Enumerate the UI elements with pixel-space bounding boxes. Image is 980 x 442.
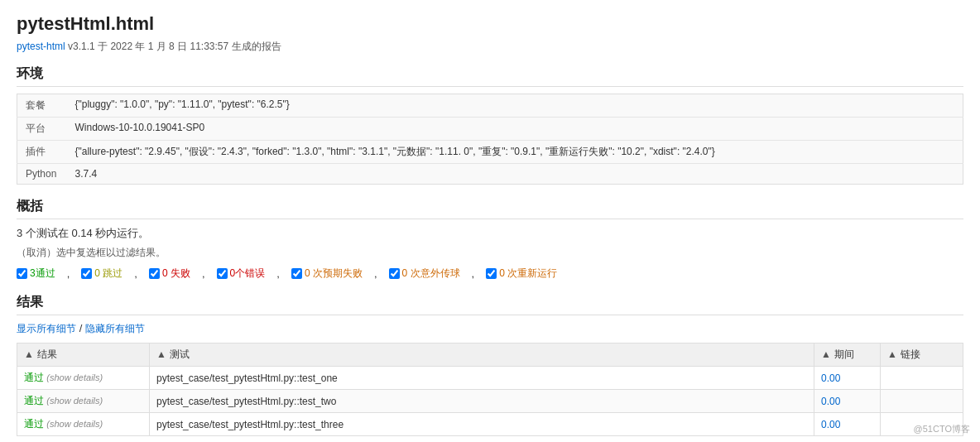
filter-skipped: 0 跳过 <box>81 267 122 281</box>
test-cell: pytest_case/test_pytestHtml.py::test_two <box>150 390 814 413</box>
hide-all-link[interactable]: 隐藏所有细节 <box>85 323 145 334</box>
filter-checkbox-skipped[interactable] <box>81 268 92 279</box>
filter-rerun: 0 次重新运行 <box>486 267 557 281</box>
duration-cell: 0.00 <box>814 390 881 413</box>
env-row: 插件 {"allure-pytest": "2.9.45", "假设": "2.… <box>17 141 963 164</box>
filter-label-skipped: 0 跳过 <box>94 267 122 281</box>
filter-row: 3通过 , 0 跳过 , 0 失败 , 0个错误 , 0 次预期失败 , 0 次… <box>17 267 963 281</box>
filter-xfailed: 0 次预期失败 <box>291 267 363 281</box>
duration-cell: 0.00 <box>814 367 881 390</box>
col-header-测试[interactable]: ▲测试 <box>150 344 814 367</box>
col-header-结果[interactable]: ▲结果 <box>17 344 150 367</box>
env-label: Python <box>17 164 67 185</box>
environment-table: 套餐 {"pluggy": "1.0.0", "py": "1.11.0", "… <box>17 94 963 185</box>
filter-label-xpassed: 0 次意外传球 <box>402 267 460 281</box>
filter-label-error: 0个错误 <box>230 267 266 281</box>
env-value: {"pluggy": "1.0.0", "py": "1.11.0", "pyt… <box>67 94 963 118</box>
env-row: 平台 Windows-10-10.0.19041-SP0 <box>17 118 963 141</box>
filter-label-xfailed: 0 次预期失败 <box>305 267 363 281</box>
result-status: 通过 <box>24 418 44 430</box>
generated-text: 于 2022 年 1 月 8 日 11:33:57 生成的报告 <box>98 41 281 52</box>
filter-xpassed: 0 次意外传球 <box>389 267 460 281</box>
show-hide-links: 显示所有细节 / 隐藏所有细节 <box>17 322 963 336</box>
cancel-label: （取消）选中复选框以过滤结果。 <box>17 247 166 258</box>
result-cell: 通过 (show details) <box>17 413 150 436</box>
env-value: Windows-10-10.0.19041-SP0 <box>67 118 963 141</box>
environment-section: 环境 套餐 {"pluggy": "1.0.0", "py": "1.11.0"… <box>17 65 963 185</box>
test-cell: pytest_case/test_pytestHtml.py::test_thr… <box>150 413 814 436</box>
duration-cell: 0.00 <box>814 413 881 436</box>
pytest-html-link[interactable]: pytest-html <box>17 41 65 52</box>
env-label: 套餐 <box>17 94 67 118</box>
show-details-link[interactable]: (show details) <box>46 419 103 429</box>
watermark: @51CTO博客 <box>914 423 970 435</box>
env-row: Python 3.7.4 <box>17 164 963 185</box>
result-status: 通过 <box>24 372 44 383</box>
filter-checkbox-error[interactable] <box>217 268 228 279</box>
summary-section: 概括 3 个测试在 0.14 秒内运行。 （取消）选中复选框以过滤结果。 3通过… <box>17 198 963 281</box>
links-cell <box>881 390 963 413</box>
filter-checkbox-rerun[interactable] <box>486 268 497 279</box>
result-cell: 通过 (show details) <box>17 390 150 413</box>
filter-checkbox-xpassed[interactable] <box>389 268 400 279</box>
summary-heading: 概括 <box>17 198 963 219</box>
result-cell: 通过 (show details) <box>17 367 150 390</box>
filter-failed: 0 失败 <box>149 267 190 281</box>
show-details-link[interactable]: (show details) <box>46 396 103 406</box>
version-text: v3.1.1 <box>68 41 95 52</box>
filter-checkbox-failed[interactable] <box>149 268 160 279</box>
cancel-text: （取消）选中复选框以过滤结果。 <box>17 246 963 260</box>
env-label: 插件 <box>17 141 67 164</box>
page-subtitle: pytest-html v3.1.1 于 2022 年 1 月 8 日 11:3… <box>17 40 963 54</box>
col-header-期间[interactable]: ▲期间 <box>814 344 881 367</box>
duration-value: 0.00 <box>821 372 840 384</box>
env-value: 3.7.4 <box>67 164 963 185</box>
env-row: 套餐 {"pluggy": "1.0.0", "py": "1.11.0", "… <box>17 94 963 118</box>
result-status: 通过 <box>24 395 44 406</box>
run-text: 3 个测试在 0.14 秒内运行。 <box>17 226 963 241</box>
results-section: 结果 显示所有细节 / 隐藏所有细节 ▲结果▲测试▲期间▲链接 通过 (show… <box>17 294 963 436</box>
duration-value: 0.00 <box>821 396 840 407</box>
col-header-链接[interactable]: ▲链接 <box>881 344 963 367</box>
table-row: 通过 (show details) pytest_case/test_pytes… <box>17 367 963 390</box>
env-value: {"allure-pytest": "2.9.45", "假设": "2.4.3… <box>67 141 963 164</box>
results-heading: 结果 <box>17 294 963 315</box>
filter-label-rerun: 0 次重新运行 <box>499 267 557 281</box>
table-row: 通过 (show details) pytest_case/test_pytes… <box>17 390 963 413</box>
filter-label-passed: 3通过 <box>30 267 55 281</box>
filter-passed: 3通过 <box>17 267 55 281</box>
duration-value: 0.00 <box>821 419 840 430</box>
filter-label-failed: 0 失败 <box>162 267 190 281</box>
filter-checkbox-passed[interactable] <box>17 268 27 279</box>
show-all-link[interactable]: 显示所有细节 <box>17 323 76 334</box>
test-cell: pytest_case/test_pytestHtml.py::test_one <box>150 367 814 390</box>
filter-checkbox-xfailed[interactable] <box>291 268 302 279</box>
environment-heading: 环境 <box>17 65 963 87</box>
links-cell <box>881 367 963 390</box>
show-details-link[interactable]: (show details) <box>46 372 103 382</box>
filter-error: 0个错误 <box>217 267 266 281</box>
table-row: 通过 (show details) pytest_case/test_pytes… <box>17 413 963 436</box>
page-title: pytestHtml.html <box>17 13 963 35</box>
env-label: 平台 <box>17 118 67 141</box>
results-table: ▲结果▲测试▲期间▲链接 通过 (show details) pytest_ca… <box>17 343 963 436</box>
